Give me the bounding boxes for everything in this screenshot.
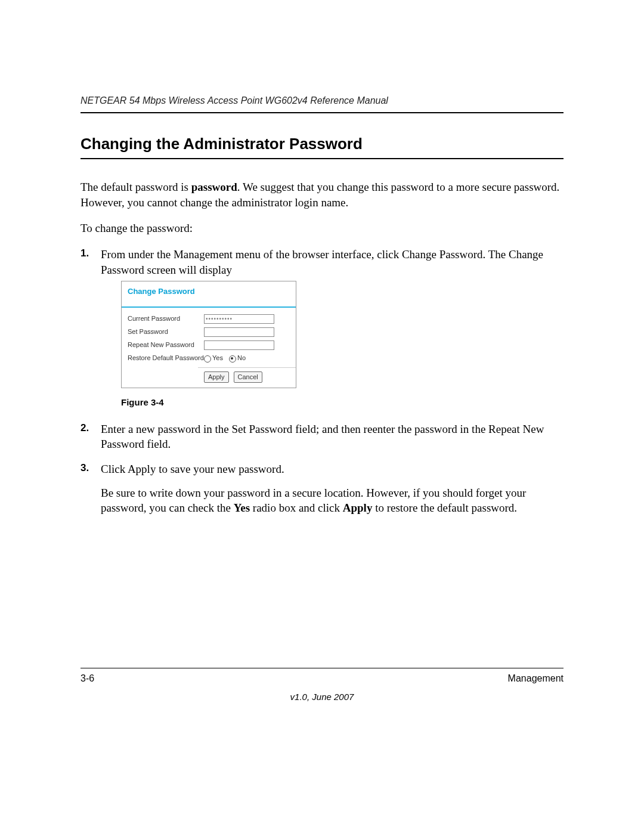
text: field. — [144, 438, 171, 450]
change-password-panel: Change Password Current Password •••••••… — [121, 281, 296, 388]
label-restore-default: Restore Default Password — [128, 354, 204, 363]
label-current-password: Current Password — [128, 314, 204, 323]
text-bold: Apply — [128, 463, 156, 475]
step-2: 2. Enter a new password in the Set Passw… — [80, 422, 564, 452]
text: The default password is — [80, 181, 191, 193]
text-bold: password — [191, 181, 237, 193]
step-number: 1. — [80, 247, 89, 261]
text-bold: Management — [174, 248, 233, 261]
figure-caption: Figure 3-4 — [121, 397, 564, 408]
row-repeat-password: Repeat New Password — [128, 339, 290, 352]
text-bold: Yes — [234, 501, 250, 514]
label-repeat-password: Repeat New Password — [128, 340, 204, 349]
text: Enter a new password in the — [101, 423, 232, 435]
step-number: 2. — [80, 422, 89, 435]
text: menu of the browser interface, click — [233, 248, 402, 261]
radio-no-label: No — [237, 354, 246, 361]
repeat-password-input[interactable] — [204, 340, 274, 350]
section-heading: Changing the Administrator Password — [80, 135, 564, 159]
step-3: 3. Click Apply to save your new password… — [80, 462, 564, 516]
step-1: 1. From under the Management menu of the… — [80, 247, 564, 408]
panel-footer: Apply Cancel — [198, 367, 296, 388]
text: to save your new password. — [156, 463, 284, 475]
text-bold: Set Password — [232, 423, 293, 435]
text: The — [485, 248, 509, 261]
document-version: v1.0, June 2007 — [0, 692, 644, 702]
document-page: NETGEAR 54 Mbps Wireless Access Point WG… — [0, 0, 644, 833]
document-footer: 3-6 Management — [80, 668, 564, 684]
row-current-password: Current Password •••••••••• — [128, 312, 290, 326]
restore-radio-group: Yes No — [204, 354, 246, 363]
note-paragraph: Be sure to write down your password in a… — [101, 485, 564, 516]
label-set-password: Set Password — [128, 327, 204, 336]
panel-body: Current Password •••••••••• Set Password… — [122, 308, 296, 367]
radio-yes-label: Yes — [212, 354, 223, 361]
page-number: 3-6 — [80, 673, 94, 684]
text: field; and then reenter the password in … — [292, 423, 488, 435]
radio-no-wrapper[interactable]: No — [229, 354, 246, 363]
text: From under the — [101, 248, 174, 261]
row-set-password: Set Password — [128, 326, 290, 339]
text-bold: Change Password. — [402, 248, 485, 261]
text: Click — [101, 463, 128, 475]
radio-yes-wrapper[interactable]: Yes — [204, 354, 223, 363]
section-name: Management — [508, 673, 564, 684]
row-restore-default: Restore Default Password Yes No — [128, 352, 290, 365]
radio-no-icon — [229, 355, 236, 363]
step-number: 3. — [80, 462, 89, 475]
text: to restore the default password. — [372, 501, 517, 514]
apply-button[interactable]: Apply — [204, 371, 229, 383]
panel-title: Change Password — [122, 281, 296, 308]
text: radio box and click — [250, 501, 343, 514]
radio-yes-icon — [204, 355, 211, 363]
text: screen will display — [144, 264, 232, 276]
document-header: NETGEAR 54 Mbps Wireless Access Point WG… — [80, 95, 564, 113]
text-bold: Apply — [343, 501, 373, 514]
set-password-input[interactable] — [204, 327, 274, 337]
current-password-input[interactable]: •••••••••• — [204, 314, 274, 324]
cancel-button[interactable]: Cancel — [234, 371, 262, 383]
lead-text: To change the password: — [80, 221, 564, 236]
steps-list: 1. From under the Management menu of the… — [80, 247, 564, 516]
intro-paragraph: The default password is password. We sug… — [80, 179, 564, 210]
